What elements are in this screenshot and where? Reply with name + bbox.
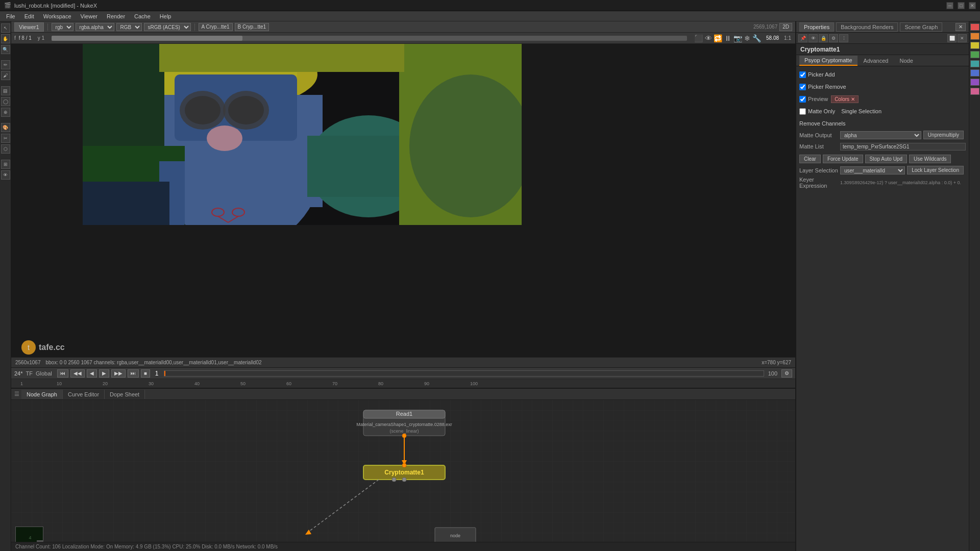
toolbar-draw[interactable]: ✏ (1, 60, 10, 69)
matte-list-label: Matte List (799, 143, 840, 149)
viewer-toolbar: Viewer1 rgb rgba.alpha RGB sRGB (ACES) A… (11, 21, 795, 33)
prop-tool-eye[interactable]: 👁 (808, 34, 818, 42)
swatch-red[interactable] (970, 23, 979, 31)
prop-tool-expand[interactable]: ⬜ (947, 34, 957, 42)
swatch-pink[interactable] (970, 88, 979, 95)
tab-psyop-cryptomatte[interactable]: Psyop Cryptomatte (799, 56, 857, 66)
lock-layer-btn[interactable]: Lock Layer Selection (907, 166, 964, 174)
prop-tool-settings[interactable]: ⚙ (829, 34, 838, 42)
menu-help[interactable]: Help (156, 12, 176, 20)
picker-remove-checkbox[interactable] (799, 84, 806, 90)
bottom-right-node[interactable]: node (435, 528, 476, 543)
status-bar: Channel Count: 106 Localization Mode: On… (11, 542, 795, 551)
viewer-tab[interactable]: Viewer1 (14, 22, 44, 32)
tab-dope-sheet[interactable]: Dope Sheet (105, 390, 145, 399)
swatch-purple[interactable] (970, 79, 979, 86)
node-graph-svg: Read1 Material_cameraShape1_cryptomatte.… (11, 400, 795, 551)
timeline-play[interactable]: ▶ (99, 369, 109, 378)
a-input-btn[interactable]: A Cryp...tte1 (199, 23, 233, 31)
layer-sel-select[interactable]: user___materialId (840, 166, 905, 174)
swatch-orange[interactable] (970, 33, 979, 40)
tab-scene-graph[interactable]: Scene Graph (900, 22, 942, 32)
toolbar-mask[interactable]: ▤ (1, 86, 10, 95)
matte-output-select[interactable]: alpha (840, 131, 921, 139)
clear-button[interactable]: Clear (799, 155, 821, 163)
toolbar-node[interactable]: ⊞ (1, 160, 10, 169)
colors-badge[interactable]: Colors ✕ (831, 95, 859, 103)
prop-tool-close[interactable]: ✕ (958, 34, 967, 42)
timeline-end[interactable]: ⏭ (128, 369, 139, 378)
stop-auto-upd-button[interactable]: Stop Auto Upd (865, 155, 908, 163)
resolution-info: 2560x1067 (15, 360, 41, 365)
channel-select-colorspace[interactable]: sRGB (ACES) (144, 23, 191, 31)
title-bar-left: 🎬 lushi_robot.nk [modified] - NukeX (4, 2, 97, 9)
toolbar-select[interactable]: ↖ (1, 23, 10, 33)
viewer-area[interactable]: t tafe.cc 2560x1067 bbox: 0 0 2560 1067 … (11, 44, 795, 367)
coords-display: x=780 y=627 (762, 360, 791, 365)
b-input-btn[interactable]: B Cryp...tte1 (235, 23, 270, 31)
force-update-button[interactable]: Force Update (823, 155, 863, 163)
matte-only-checkbox[interactable] (799, 108, 806, 115)
toolbar-tracker[interactable]: ⊕ (1, 108, 10, 117)
cryptomatte-node[interactable]: Cryptomatte1 (363, 463, 445, 482)
toolbar-roto[interactable]: ◯ (1, 97, 10, 106)
tab-background-renders[interactable]: Background Renders (836, 22, 898, 32)
menu-render[interactable]: Render (103, 12, 129, 20)
toolbar-zoom[interactable]: 🔍 (1, 45, 10, 54)
menu-workspace[interactable]: Workspace (39, 12, 76, 20)
timeline-stop[interactable]: ■ (141, 369, 150, 378)
prop-tool-pin[interactable]: 📌 (798, 34, 807, 42)
matte-list-input[interactable] (840, 143, 966, 151)
node-canvas[interactable]: Read1 Material_cameraShape1_cryptomatte.… (11, 400, 795, 551)
menu-cache[interactable]: Cache (130, 12, 155, 20)
properties-panel-header: Properties Background Renders Scene Grap… (796, 21, 969, 33)
timeline-next[interactable]: ▶▶ (111, 369, 126, 378)
picker-remove-row: Picker Remove (799, 82, 966, 92)
right-panel (969, 21, 980, 551)
swatch-cyan[interactable] (970, 60, 979, 67)
toolbar-color[interactable]: 🎨 (1, 123, 10, 132)
channel-select-alpha[interactable]: rgba.alpha (76, 23, 114, 31)
use-wildcards-button[interactable]: Use Wildcards (909, 155, 951, 163)
viewer-2d-btn[interactable]: 2D (779, 23, 792, 31)
toolbar-crop[interactable]: ✂ (1, 134, 10, 143)
maximize-button[interactable]: □ (958, 2, 965, 9)
prop-tool-more[interactable]: ⋮ (839, 34, 848, 42)
channel-select-mode[interactable]: RGB (116, 23, 142, 31)
toolbar-hand[interactable]: ✋ (1, 34, 10, 43)
close-button[interactable]: ✕ (969, 2, 976, 9)
tab-curve-editor[interactable]: Curve Editor (63, 390, 105, 399)
title-bar-controls[interactable]: ─ □ ✕ (946, 2, 976, 9)
channel-select-rgb[interactable]: rgb (52, 23, 74, 31)
viewer-sep1 (47, 23, 48, 31)
minimize-button[interactable]: ─ (946, 2, 953, 9)
read-node[interactable]: Read1 Material_cameraShape1_cryptomatte.… (356, 410, 452, 438)
main-layout: ↖ ✋ 🔍 ✏ 🖌 ▤ ◯ ⊕ 🎨 ✂ ⬡ ⊞ 👁 Viewer1 rgb rg… (0, 21, 980, 551)
tab-advanced[interactable]: Advanced (859, 56, 894, 65)
properties-close[interactable]: ✕ (955, 23, 966, 31)
prop-tool-lock[interactable]: 🔒 (819, 34, 828, 42)
swatch-green[interactable] (970, 51, 979, 58)
y-label: y 1 (38, 35, 44, 41)
tab-properties[interactable]: Properties (799, 22, 834, 32)
toolbar-transform[interactable]: ⬡ (1, 144, 10, 154)
timeline-begin[interactable]: ⏮ (57, 369, 68, 378)
toolbar-viewer[interactable]: 👁 (1, 170, 10, 180)
svg-text:Cryptomatte1: Cryptomatte1 (384, 469, 424, 476)
tab-node-graph[interactable]: Node Graph (21, 390, 63, 399)
timeline-prev-key[interactable]: ◀◀ (70, 369, 85, 378)
unpremultiply-btn[interactable]: Unpremultiply (923, 131, 964, 139)
center-area: Viewer1 rgb rgba.alpha RGB sRGB (ACES) A… (11, 21, 795, 551)
toolbar-paint[interactable]: 🖌 (1, 71, 10, 80)
swatch-blue[interactable] (970, 69, 979, 77)
timeline-prev[interactable]: ◀ (87, 369, 97, 378)
menu-viewer[interactable]: Viewer (77, 12, 102, 20)
tab-node[interactable]: Node (894, 56, 918, 65)
timeline-settings[interactable]: ⚙ (781, 369, 792, 378)
swatch-yellow[interactable] (970, 42, 979, 49)
menu-file[interactable]: File (2, 12, 19, 20)
svg-point-41 (392, 478, 396, 482)
picker-add-checkbox[interactable] (799, 71, 806, 78)
preview-checkbox[interactable] (799, 96, 806, 103)
menu-edit[interactable]: Edit (20, 12, 38, 20)
